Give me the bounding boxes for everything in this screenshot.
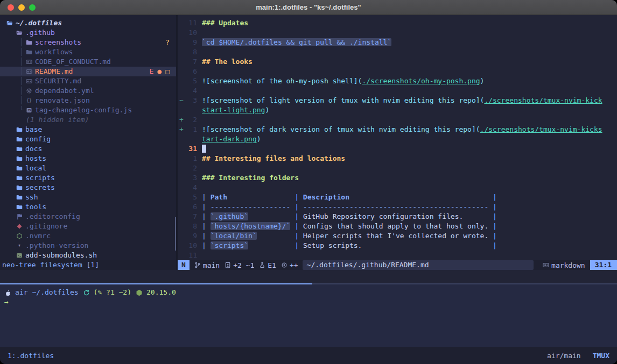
editor-line[interactable]: 3### Interesting folders [178, 173, 617, 183]
editor-line[interactable]: 8| `hosts/{hostname}/` | Configs that sh… [178, 222, 617, 231]
editor-line[interactable]: 4 [178, 86, 617, 96]
editor-line[interactable]: tart-dark.png) [178, 134, 617, 144]
tmux-pane-border[interactable] [0, 283, 617, 284]
line-number: 11 [184, 251, 197, 260]
line-number: 3 [184, 173, 197, 183]
tree-item-python-version[interactable]: *.python-version [0, 241, 176, 251]
editor-line[interactable]: 1## Interesting files and locations [178, 154, 617, 163]
flask-icon [259, 262, 265, 268]
tree-item-editorconfig[interactable]: .editorconfig [0, 212, 176, 222]
tree-item-hosts[interactable]: hosts [0, 154, 176, 163]
tree-item-readme-md[interactable]: │README.mdE●□ [0, 67, 176, 76]
line-number: 8 [184, 222, 197, 231]
tree-guide: │ [19, 38, 24, 47]
editor-line[interactable]: +1![screenshot of dark version of tmux w… [178, 125, 617, 134]
editor-line[interactable]: 2 [178, 163, 617, 173]
git-refresh-icon [83, 289, 90, 296]
editor-line[interactable]: 31 [178, 144, 617, 154]
tree-item-1-hidden-item[interactable]: (1 hidden item) [0, 115, 176, 125]
tree-item-tools[interactable]: tools [0, 202, 176, 212]
line-number: 5 [184, 76, 197, 86]
md-icon [26, 68, 35, 75]
tree-item-dependabot-yml[interactable]: │dependabot.yml [0, 86, 176, 96]
tree-item-label: dependabot.yml [35, 86, 94, 96]
editor-line[interactable]: 5![screenshot of the oh-my-posh shell](.… [178, 76, 617, 86]
tree-item-gitignore[interactable]: .gitignore [0, 222, 176, 231]
folder-open-icon [16, 30, 25, 36]
prompt-arrow: → [4, 297, 9, 307]
tmux-window-tab[interactable]: 1:.dotfiles [8, 352, 54, 360]
editor-line[interactable]: start-light.png) [178, 105, 617, 115]
line-number: 31 [184, 144, 197, 154]
editor-line[interactable]: 11### Updates [178, 18, 617, 28]
tree-item-security-md[interactable]: │SECURITY.md [0, 76, 176, 86]
gutter-git-sign [178, 202, 184, 212]
tree-item-code-of-conduct-md[interactable]: │CODE_OF_CONDUCT.md [0, 57, 176, 67]
editor-line[interactable]: 4 [178, 183, 617, 192]
editor-line[interactable]: 7## The looks [178, 57, 617, 67]
command-line [0, 270, 617, 283]
gutter-git-sign [178, 38, 184, 47]
tmux-pane-shell[interactable]: air ~/.dotfiles (✎ ?1 ~2) 20.15.0 → [0, 284, 617, 347]
scrollbar-thumb[interactable] [175, 217, 176, 251]
tree-item-tag-changelog-config-js[interactable]: └JStag-changelog-config.js [0, 105, 176, 115]
line-text: | `hosts/{hostname}/` | Configs that sho… [197, 222, 497, 231]
tree-item-docs[interactable]: docs [0, 144, 176, 154]
editor-pane[interactable]: 11### Updates109`cd $HOME/.dotfiles && g… [178, 15, 617, 270]
tree-guide: │ [19, 57, 24, 67]
line-number: 1 [184, 154, 197, 163]
editor-line[interactable]: +2 [178, 115, 617, 125]
editor-line[interactable]: 9| `local/bin` | Helper scripts that I'v… [178, 231, 617, 241]
tree-item-label: .editorconfig [25, 212, 80, 222]
tree-item-dotfiles[interactable]: ~/.dotfiles [0, 18, 176, 28]
editor-line[interactable]: 9`cd $HOME/.dotfiles && git pull && ./in… [178, 38, 617, 47]
editor-line[interactable]: 7| `.github` | GitHub Repository configu… [178, 212, 617, 222]
editor-line[interactable]: 11 [178, 251, 617, 260]
line-number: 10 [184, 28, 197, 38]
flag-icon [16, 213, 25, 220]
shell-prompt: air ~/.dotfiles (✎ ?1 ~2) 20.15.0 [4, 288, 617, 297]
tree-item-renovate-json[interactable]: │{}renovate.json [0, 96, 176, 105]
editor-line[interactable]: 10 [178, 28, 617, 38]
tree-item-local[interactable]: local [0, 163, 176, 173]
line-number: 2 [184, 163, 197, 173]
file-path: ~/.dotfiles/.github/README.md [303, 260, 534, 270]
tree-item-ssh[interactable]: ssh [0, 192, 176, 202]
tree-item-secrets[interactable]: secrets [0, 183, 176, 192]
tree-item-scripts[interactable]: scripts [0, 173, 176, 183]
tree-item-badges: ? [165, 38, 176, 47]
gutter-git-sign [178, 144, 184, 154]
tree-item-label: renovate.json [35, 96, 90, 105]
tree-item-config[interactable]: config [0, 134, 176, 144]
gear-icon [26, 88, 35, 94]
tree-item-nvmrc[interactable]: .nvmrc [0, 231, 176, 241]
titlebar[interactable]: main:1:.dotfiles - "ks~/.dotfiles" [0, 0, 617, 15]
editor-line[interactable]: 6 [178, 67, 617, 76]
editor-line[interactable]: 5| Path | Description | [178, 192, 617, 202]
line-number: 7 [184, 57, 197, 67]
neo-tree-sidebar[interactable]: ~/.dotfiles.github│screenshots?│workflow… [0, 15, 176, 270]
folder-icon [16, 184, 25, 191]
tree-item-github[interactable]: .github [0, 28, 176, 38]
tree-guide: │ [19, 96, 24, 105]
tmux-status-bar: 1:.dotfiles air/main TMUX [0, 347, 617, 364]
editor-buffer[interactable]: 11### Updates109`cd $HOME/.dotfiles && g… [178, 18, 617, 260]
tree-item-add-submodules-sh[interactable]: add-submodules.sh [0, 251, 176, 260]
tree-item-base[interactable]: base [0, 125, 176, 134]
editor-line[interactable]: ~3![screenshot of light version of tmux … [178, 96, 617, 105]
folder-icon [16, 146, 25, 152]
shell-input-line[interactable]: → [4, 297, 617, 307]
editor-line[interactable]: 6| ------------------- | ---------------… [178, 202, 617, 212]
gutter-git-sign: + [178, 125, 184, 134]
folder-open-icon [6, 20, 16, 26]
tree-item-label: CODE_OF_CONDUCT.md [35, 57, 111, 67]
tree-item-screenshots[interactable]: │screenshots? [0, 38, 176, 47]
line-text: ### Interesting folders [197, 173, 299, 183]
editor-line[interactable]: 10| `scripts` | Setup scripts. | [178, 241, 617, 251]
editor-line[interactable]: 8 [178, 47, 617, 57]
tree-item-workflows[interactable]: │workflows [0, 47, 176, 57]
line-text: | Path | Description | [197, 192, 497, 202]
git-branch-name: main [203, 261, 220, 269]
tree-item-label: config [25, 134, 51, 144]
prompt-cwd: ~/.dotfiles [32, 288, 78, 297]
